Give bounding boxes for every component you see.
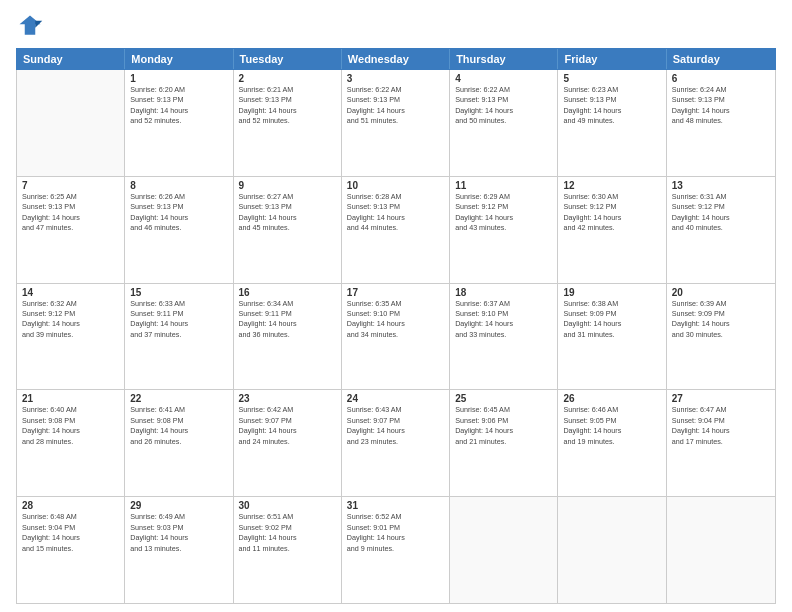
cal-cell-1-2: 1Sunrise: 6:20 AM Sunset: 9:13 PM Daylig… — [125, 70, 233, 176]
svg-marker-1 — [35, 21, 42, 28]
day-info: Sunrise: 6:41 AM Sunset: 9:08 PM Dayligh… — [130, 405, 227, 447]
header — [16, 12, 776, 40]
cal-cell-2-3: 9Sunrise: 6:27 AM Sunset: 9:13 PM Daylig… — [234, 177, 342, 283]
cal-cell-5-4: 31Sunrise: 6:52 AM Sunset: 9:01 PM Dayli… — [342, 497, 450, 603]
cal-cell-5-7 — [667, 497, 775, 603]
cal-cell-4-1: 21Sunrise: 6:40 AM Sunset: 9:08 PM Dayli… — [17, 390, 125, 496]
cal-cell-3-7: 20Sunrise: 6:39 AM Sunset: 9:09 PM Dayli… — [667, 284, 775, 390]
day-number: 24 — [347, 393, 444, 404]
cal-header-cell-tuesday: Tuesday — [234, 49, 342, 69]
cal-cell-2-1: 7Sunrise: 6:25 AM Sunset: 9:13 PM Daylig… — [17, 177, 125, 283]
cal-week-4: 21Sunrise: 6:40 AM Sunset: 9:08 PM Dayli… — [17, 390, 775, 497]
day-info: Sunrise: 6:25 AM Sunset: 9:13 PM Dayligh… — [22, 192, 119, 234]
cal-cell-4-7: 27Sunrise: 6:47 AM Sunset: 9:04 PM Dayli… — [667, 390, 775, 496]
day-info: Sunrise: 6:45 AM Sunset: 9:06 PM Dayligh… — [455, 405, 552, 447]
cal-cell-5-5 — [450, 497, 558, 603]
cal-cell-2-4: 10Sunrise: 6:28 AM Sunset: 9:13 PM Dayli… — [342, 177, 450, 283]
day-number: 11 — [455, 180, 552, 191]
day-number: 23 — [239, 393, 336, 404]
day-number: 29 — [130, 500, 227, 511]
cal-cell-3-3: 16Sunrise: 6:34 AM Sunset: 9:11 PM Dayli… — [234, 284, 342, 390]
cal-header-cell-thursday: Thursday — [450, 49, 558, 69]
day-info: Sunrise: 6:43 AM Sunset: 9:07 PM Dayligh… — [347, 405, 444, 447]
day-number: 5 — [563, 73, 660, 84]
day-info: Sunrise: 6:34 AM Sunset: 9:11 PM Dayligh… — [239, 299, 336, 341]
day-number: 6 — [672, 73, 770, 84]
day-number: 25 — [455, 393, 552, 404]
day-number: 22 — [130, 393, 227, 404]
calendar-body: 1Sunrise: 6:20 AM Sunset: 9:13 PM Daylig… — [16, 70, 776, 604]
logo — [16, 12, 48, 40]
day-number: 17 — [347, 287, 444, 298]
cal-header-cell-wednesday: Wednesday — [342, 49, 450, 69]
day-info: Sunrise: 6:48 AM Sunset: 9:04 PM Dayligh… — [22, 512, 119, 554]
cal-cell-1-7: 6Sunrise: 6:24 AM Sunset: 9:13 PM Daylig… — [667, 70, 775, 176]
day-number: 19 — [563, 287, 660, 298]
day-number: 8 — [130, 180, 227, 191]
calendar-header-row: SundayMondayTuesdayWednesdayThursdayFrid… — [16, 48, 776, 70]
cal-cell-3-5: 18Sunrise: 6:37 AM Sunset: 9:10 PM Dayli… — [450, 284, 558, 390]
cal-cell-2-2: 8Sunrise: 6:26 AM Sunset: 9:13 PM Daylig… — [125, 177, 233, 283]
cal-cell-3-6: 19Sunrise: 6:38 AM Sunset: 9:09 PM Dayli… — [558, 284, 666, 390]
logo-icon — [16, 12, 44, 40]
cal-cell-3-1: 14Sunrise: 6:32 AM Sunset: 9:12 PM Dayli… — [17, 284, 125, 390]
day-number: 7 — [22, 180, 119, 191]
day-info: Sunrise: 6:40 AM Sunset: 9:08 PM Dayligh… — [22, 405, 119, 447]
cal-cell-2-7: 13Sunrise: 6:31 AM Sunset: 9:12 PM Dayli… — [667, 177, 775, 283]
cal-cell-5-3: 30Sunrise: 6:51 AM Sunset: 9:02 PM Dayli… — [234, 497, 342, 603]
day-number: 27 — [672, 393, 770, 404]
day-number: 31 — [347, 500, 444, 511]
day-info: Sunrise: 6:20 AM Sunset: 9:13 PM Dayligh… — [130, 85, 227, 127]
day-number: 16 — [239, 287, 336, 298]
day-info: Sunrise: 6:32 AM Sunset: 9:12 PM Dayligh… — [22, 299, 119, 341]
cal-week-5: 28Sunrise: 6:48 AM Sunset: 9:04 PM Dayli… — [17, 497, 775, 603]
day-number: 28 — [22, 500, 119, 511]
calendar: SundayMondayTuesdayWednesdayThursdayFrid… — [16, 48, 776, 604]
day-info: Sunrise: 6:39 AM Sunset: 9:09 PM Dayligh… — [672, 299, 770, 341]
cal-header-cell-saturday: Saturday — [667, 49, 775, 69]
day-info: Sunrise: 6:30 AM Sunset: 9:12 PM Dayligh… — [563, 192, 660, 234]
cal-cell-4-3: 23Sunrise: 6:42 AM Sunset: 9:07 PM Dayli… — [234, 390, 342, 496]
day-number: 30 — [239, 500, 336, 511]
day-info: Sunrise: 6:22 AM Sunset: 9:13 PM Dayligh… — [347, 85, 444, 127]
page: SundayMondayTuesdayWednesdayThursdayFrid… — [0, 0, 792, 612]
cal-header-cell-friday: Friday — [558, 49, 666, 69]
day-number: 15 — [130, 287, 227, 298]
cal-header-cell-monday: Monday — [125, 49, 233, 69]
cal-cell-1-5: 4Sunrise: 6:22 AM Sunset: 9:13 PM Daylig… — [450, 70, 558, 176]
day-info: Sunrise: 6:33 AM Sunset: 9:11 PM Dayligh… — [130, 299, 227, 341]
cal-cell-4-5: 25Sunrise: 6:45 AM Sunset: 9:06 PM Dayli… — [450, 390, 558, 496]
cal-cell-4-4: 24Sunrise: 6:43 AM Sunset: 9:07 PM Dayli… — [342, 390, 450, 496]
day-info: Sunrise: 6:38 AM Sunset: 9:09 PM Dayligh… — [563, 299, 660, 341]
cal-cell-5-6 — [558, 497, 666, 603]
day-info: Sunrise: 6:23 AM Sunset: 9:13 PM Dayligh… — [563, 85, 660, 127]
day-info: Sunrise: 6:28 AM Sunset: 9:13 PM Dayligh… — [347, 192, 444, 234]
cal-cell-4-6: 26Sunrise: 6:46 AM Sunset: 9:05 PM Dayli… — [558, 390, 666, 496]
day-number: 26 — [563, 393, 660, 404]
cal-cell-1-6: 5Sunrise: 6:23 AM Sunset: 9:13 PM Daylig… — [558, 70, 666, 176]
cal-header-cell-sunday: Sunday — [17, 49, 125, 69]
day-info: Sunrise: 6:22 AM Sunset: 9:13 PM Dayligh… — [455, 85, 552, 127]
cal-cell-4-2: 22Sunrise: 6:41 AM Sunset: 9:08 PM Dayli… — [125, 390, 233, 496]
day-number: 3 — [347, 73, 444, 84]
day-info: Sunrise: 6:47 AM Sunset: 9:04 PM Dayligh… — [672, 405, 770, 447]
day-info: Sunrise: 6:26 AM Sunset: 9:13 PM Dayligh… — [130, 192, 227, 234]
day-number: 12 — [563, 180, 660, 191]
day-number: 18 — [455, 287, 552, 298]
day-number: 2 — [239, 73, 336, 84]
day-info: Sunrise: 6:49 AM Sunset: 9:03 PM Dayligh… — [130, 512, 227, 554]
day-info: Sunrise: 6:46 AM Sunset: 9:05 PM Dayligh… — [563, 405, 660, 447]
cal-week-3: 14Sunrise: 6:32 AM Sunset: 9:12 PM Dayli… — [17, 284, 775, 391]
cal-cell-3-2: 15Sunrise: 6:33 AM Sunset: 9:11 PM Dayli… — [125, 284, 233, 390]
day-info: Sunrise: 6:42 AM Sunset: 9:07 PM Dayligh… — [239, 405, 336, 447]
cal-cell-5-2: 29Sunrise: 6:49 AM Sunset: 9:03 PM Dayli… — [125, 497, 233, 603]
day-number: 20 — [672, 287, 770, 298]
day-info: Sunrise: 6:37 AM Sunset: 9:10 PM Dayligh… — [455, 299, 552, 341]
day-number: 4 — [455, 73, 552, 84]
cal-cell-2-5: 11Sunrise: 6:29 AM Sunset: 9:12 PM Dayli… — [450, 177, 558, 283]
day-info: Sunrise: 6:29 AM Sunset: 9:12 PM Dayligh… — [455, 192, 552, 234]
day-number: 14 — [22, 287, 119, 298]
day-info: Sunrise: 6:24 AM Sunset: 9:13 PM Dayligh… — [672, 85, 770, 127]
day-info: Sunrise: 6:27 AM Sunset: 9:13 PM Dayligh… — [239, 192, 336, 234]
cal-week-2: 7Sunrise: 6:25 AM Sunset: 9:13 PM Daylig… — [17, 177, 775, 284]
